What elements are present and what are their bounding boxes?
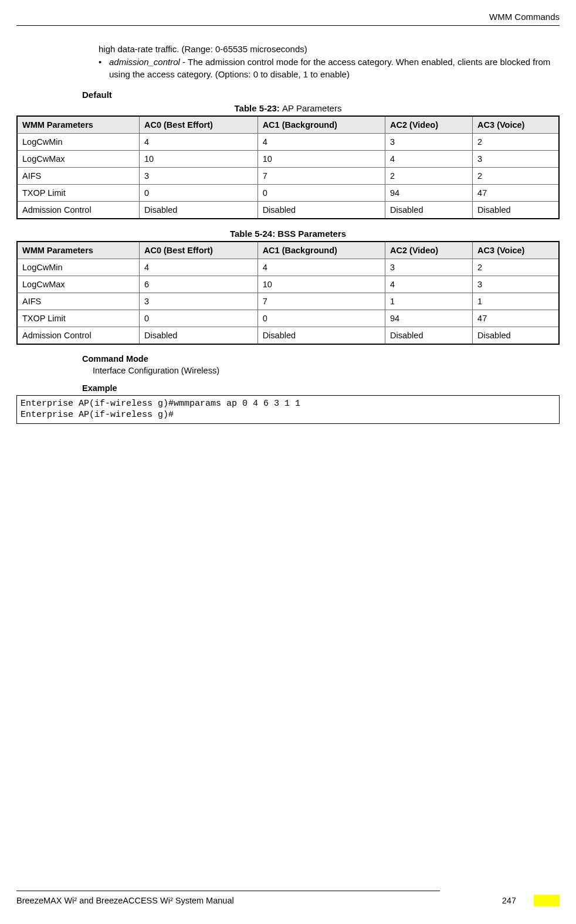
table-ap-parameters: WMM Parameters AC0 (Best Effort) AC1 (Ba… — [16, 116, 560, 219]
t24-h3: AC2 (Video) — [385, 242, 473, 259]
table-row: LogCwMax 10 10 4 3 — [17, 150, 559, 167]
table23-caption-rest: AP Parameters — [282, 103, 341, 113]
bullet-text: admission_control - The admission contro… — [109, 56, 560, 80]
t24-h0: WMM Parameters — [17, 242, 140, 259]
page-header: WMM Commands — [16, 12, 560, 26]
example-line1: Enterprise AP(if-wireless g)#wmmparams a… — [21, 399, 300, 409]
table-row: LogCwMin 4 4 3 2 — [17, 133, 559, 150]
t23-h2: AC1 (Background) — [257, 116, 385, 134]
intro-line: high data-rate traffic. (Range: 0-65535 … — [99, 43, 560, 55]
t23-h3: AC2 (Video) — [385, 116, 473, 134]
table23-caption: Table 5-23: AP Parameters — [16, 103, 560, 113]
t24-h1: AC0 (Best Effort) — [140, 242, 258, 259]
table-row: Admission Control Disabled Disabled Disa… — [17, 201, 559, 219]
t23-h4: AC3 (Voice) — [473, 116, 559, 134]
intro-bullet: • admission_control - The admission cont… — [99, 56, 560, 80]
footer-manual-title: BreezeMAX Wi² and BreezeACCESS Wi² Syste… — [16, 896, 234, 905]
t23-h1: AC0 (Best Effort) — [140, 116, 258, 134]
table-row: LogCwMin 4 4 3 2 — [17, 259, 559, 276]
bullet-term: admission_control — [109, 57, 180, 67]
example-codebox: Enterprise AP(if-wireless g)#wmmparams a… — [16, 395, 560, 424]
table-bss-parameters: WMM Parameters AC0 (Best Effort) AC1 (Ba… — [16, 241, 560, 345]
table-row: LogCwMax 6 10 4 3 — [17, 276, 559, 293]
example-heading: Example — [16, 383, 560, 393]
example-line2: Enterprise AP(if-wireless g)# — [21, 410, 174, 420]
command-mode-heading: Command Mode — [16, 354, 560, 364]
t23-h0: WMM Parameters — [17, 116, 140, 134]
header-title: WMM Commands — [16, 12, 560, 22]
table-row: TXOP Limit 0 0 94 47 — [17, 310, 559, 327]
table-row: Admission Control Disabled Disabled Disa… — [17, 327, 559, 344]
yellow-marker — [534, 895, 560, 906]
page-number: 247 — [502, 896, 534, 905]
footer-rule — [16, 891, 440, 891]
table24-caption: Table 5-24: BSS Parameters — [16, 229, 560, 239]
default-heading: Default — [16, 90, 560, 100]
table-row: AIFS 3 7 1 1 — [17, 293, 559, 310]
t24-h2: AC1 (Background) — [257, 242, 385, 259]
command-mode-body: Interface Configuration (Wireless) — [16, 366, 560, 375]
table23-caption-bold: Table 5-23: — [235, 103, 282, 113]
table-row: TXOP Limit 0 0 94 47 — [17, 184, 559, 201]
t24-h4: AC3 (Voice) — [473, 242, 559, 259]
table-row: AIFS 3 7 2 2 — [17, 167, 559, 184]
bullet-icon: • — [99, 56, 109, 80]
page-footer: BreezeMAX Wi² and BreezeACCESS Wi² Syste… — [16, 891, 560, 906]
